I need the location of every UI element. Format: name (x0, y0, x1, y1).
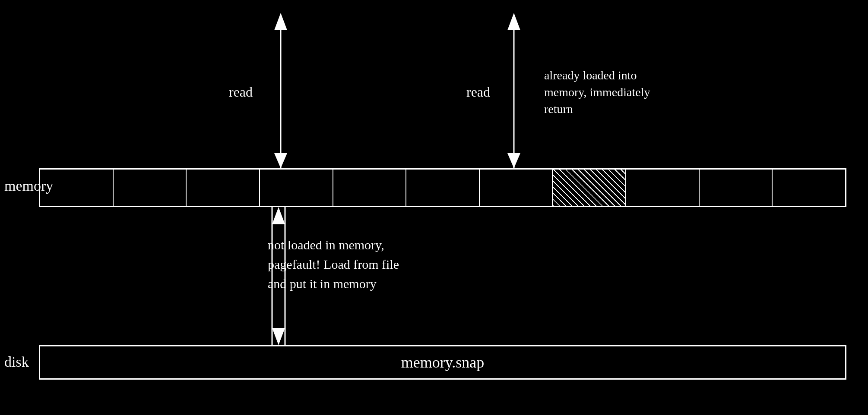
diagram-canvas: memory.snap memory disk read read alread… (0, 0, 868, 415)
memory-cell-2 (187, 170, 260, 206)
memory-cell-5 (406, 170, 480, 206)
disk-file-label: memory.snap (401, 353, 485, 371)
memory-cell-9 (700, 170, 773, 206)
memory-cell-7 (553, 170, 626, 206)
memory-cell-8 (626, 170, 700, 206)
svg-marker-1 (274, 13, 287, 30)
svg-marker-9 (272, 328, 285, 345)
already-loaded-label: already loaded into memory, immediately … (544, 67, 650, 118)
svg-marker-8 (272, 207, 285, 224)
memory-bar (39, 168, 846, 207)
svg-marker-2 (274, 153, 287, 168)
memory-cell-4 (333, 170, 407, 206)
memory-cell-6 (480, 170, 553, 206)
not-loaded-label: not loaded in memory, pagefault! Load fr… (268, 235, 399, 293)
svg-marker-4 (507, 13, 520, 30)
memory-cell-3 (260, 170, 333, 206)
read-left-label: read (229, 84, 253, 100)
memory-cell-10 (773, 170, 845, 206)
svg-marker-5 (507, 153, 520, 168)
memory-cell-1 (114, 170, 187, 206)
read-right-label: read (466, 84, 490, 100)
disk-label: disk (4, 354, 29, 370)
disk-bar: memory.snap (39, 345, 846, 380)
memory-label: memory (4, 178, 53, 194)
